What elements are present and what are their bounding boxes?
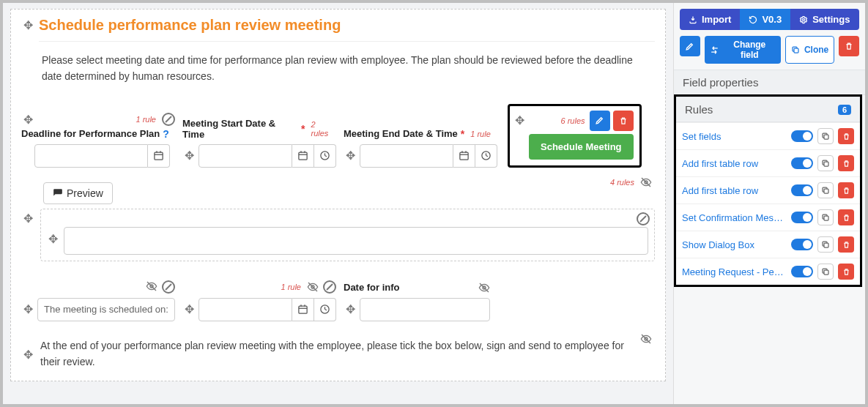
settings-button[interactable]: Settings (790, 9, 858, 30)
deadline-input[interactable] (35, 145, 147, 167)
preview-text-input[interactable] (64, 227, 648, 255)
svg-rect-44 (824, 216, 828, 220)
rule-item[interactable]: Add first table row (676, 176, 860, 204)
rule-toggle[interactable] (791, 184, 813, 196)
calendar-icon[interactable] (148, 144, 170, 168)
hidden-icon (307, 281, 319, 293)
copy-icon[interactable] (817, 155, 834, 171)
preview-button[interactable]: Preview (43, 182, 113, 204)
rule-name: Add first table row (682, 185, 787, 196)
rule-toggle[interactable] (791, 239, 813, 250)
import-button[interactable]: Import (680, 9, 740, 30)
rules-header[interactable]: Rules 6 (676, 97, 860, 122)
date-for-info-label: Date for info (344, 282, 400, 293)
rule-item[interactable]: Set Confirmation Mes… (676, 204, 860, 231)
svg-rect-12 (460, 152, 468, 160)
svg-rect-40 (794, 48, 798, 53)
date-input-2[interactable] (199, 299, 292, 321)
calendar-icon[interactable] (453, 144, 475, 168)
rule-item[interactable]: Add first table row (676, 149, 860, 176)
copy-icon[interactable] (817, 209, 834, 225)
svg-rect-28 (299, 306, 307, 313)
divider (39, 41, 655, 42)
delete-icon[interactable] (838, 155, 854, 171)
move-icon[interactable]: ✥ (21, 212, 34, 225)
rules-count: 4 rules (610, 178, 634, 187)
move-icon[interactable]: ✥ (182, 149, 196, 163)
move-icon[interactable]: ✥ (344, 302, 357, 316)
calendar-icon[interactable] (292, 144, 314, 168)
rule-item[interactable]: Show Dialog Box (676, 231, 860, 258)
delete-icon[interactable] (838, 236, 854, 253)
svg-line-18 (486, 156, 489, 157)
import-label: Import (702, 14, 731, 25)
preview-label: Preview (67, 187, 103, 199)
move-icon[interactable]: ✥ (344, 149, 357, 163)
required-icon: * (461, 128, 464, 140)
edit-button[interactable] (590, 111, 610, 131)
field-properties-header[interactable]: Field properties (674, 70, 865, 95)
delete-icon[interactable] (838, 264, 854, 280)
schedule-meeting-button[interactable]: Schedule Meeting (529, 134, 634, 160)
clone-button[interactable]: Clone (785, 36, 834, 64)
svg-line-34 (325, 310, 327, 310)
copy-icon[interactable] (817, 182, 834, 198)
rule-toggle[interactable] (791, 266, 813, 277)
move-icon[interactable]: ✥ (21, 113, 34, 127)
rules-count: 6 rules (561, 116, 585, 125)
move-icon[interactable]: ✥ (47, 232, 59, 246)
settings-label: Settings (812, 14, 850, 25)
start-input[interactable] (199, 145, 292, 167)
hidden-icon (640, 176, 652, 188)
rules-count: 1 rule (470, 130, 491, 138)
rule-toggle[interactable] (791, 212, 813, 223)
form-canvas: ✥ Schedule performance plan review meeti… (3, 3, 673, 404)
calendar-icon[interactable] (292, 298, 314, 321)
rules-count-badge: 6 (838, 105, 851, 115)
move-icon[interactable]: ✥ (182, 302, 196, 316)
rule-name: Show Dialog Box (682, 239, 787, 250)
hidden-icon (478, 282, 490, 294)
clock-icon[interactable] (314, 298, 336, 321)
hidden-icon (640, 333, 652, 345)
edit-field-button[interactable] (680, 36, 700, 56)
end-label: Meeting End Date & Time (344, 128, 458, 139)
delete-button[interactable] (613, 111, 634, 131)
rule-name: Set fields (682, 131, 787, 142)
clock-icon[interactable] (314, 144, 336, 168)
end-input[interactable] (360, 145, 453, 167)
meeting-text-value: The meeting is scheduled on: (44, 304, 168, 315)
clone-label: Clone (804, 45, 828, 55)
preview-container: ✥ (40, 209, 655, 261)
rule-item[interactable]: Meeting Request - Pe… (676, 258, 860, 285)
delete-icon[interactable] (838, 128, 854, 144)
delete-icon[interactable] (838, 209, 854, 225)
move-icon[interactable]: ✥ (21, 339, 34, 370)
svg-point-39 (803, 18, 805, 20)
rules-count: 2 rules (311, 120, 335, 138)
deadline-label: Deadline for Performance Plan (21, 128, 160, 139)
move-icon[interactable]: ✥ (21, 18, 34, 32)
rule-toggle[interactable] (791, 130, 813, 142)
move-icon[interactable]: ✥ (513, 113, 526, 127)
clock-icon[interactable] (475, 144, 497, 168)
date-for-info-input[interactable] (360, 299, 489, 321)
copy-icon[interactable] (817, 128, 834, 144)
rules-label: Rules (685, 103, 713, 116)
hidden-icon (146, 280, 157, 294)
copy-icon[interactable] (817, 264, 834, 280)
svg-line-24 (166, 284, 171, 290)
rule-toggle[interactable] (791, 157, 813, 169)
delete-icon[interactable] (838, 182, 854, 198)
rule-item[interactable]: Set fields (676, 122, 860, 149)
rule-name: Add first table row (682, 158, 787, 169)
copy-icon[interactable] (817, 236, 834, 253)
move-icon[interactable]: ✥ (21, 302, 34, 316)
disabled-icon (323, 280, 336, 294)
delete-field-button[interactable] (839, 36, 859, 56)
version-button[interactable]: V0.3 (740, 9, 790, 30)
svg-rect-43 (824, 189, 828, 193)
help-icon[interactable]: ? (163, 128, 169, 140)
change-field-button[interactable]: Change field (705, 36, 781, 64)
meeting-text-input[interactable]: The meeting is scheduled on: (37, 298, 175, 321)
